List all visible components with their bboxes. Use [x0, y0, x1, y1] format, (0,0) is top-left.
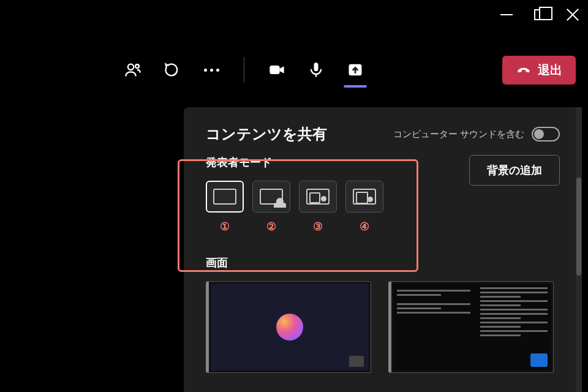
share-content-panel: コンテンツを共有 コンピューター サウンドを含む 発表者モード ① ② ③ ④ …: [184, 107, 582, 392]
svg-rect-3: [314, 62, 318, 71]
presenter-mode-content-only[interactable]: [206, 181, 244, 213]
share-panel-title: コンテンツを共有: [206, 124, 327, 144]
window-minimize-button[interactable]: [499, 7, 514, 23]
share-content-button[interactable]: [345, 59, 366, 80]
svg-point-1: [135, 64, 139, 68]
participants-button[interactable]: [123, 59, 143, 80]
window-restore-button[interactable]: [532, 7, 548, 23]
more-actions-button[interactable]: [201, 59, 222, 80]
screen-section-label: 画面: [206, 255, 560, 270]
screen-thumbnail-2[interactable]: [388, 281, 554, 373]
hangup-icon: [516, 62, 532, 78]
microphone-button[interactable]: [306, 59, 326, 80]
camera-button[interactable]: [266, 59, 287, 80]
screen-thumbnail-1[interactable]: [206, 281, 371, 373]
include-computer-sound-toggle[interactable]: [532, 127, 560, 141]
leave-call-button[interactable]: 退出: [502, 56, 576, 85]
presenter-mode-standout[interactable]: [252, 181, 290, 213]
annotation-numbers: ① ② ③ ④: [206, 220, 383, 233]
presenter-mode-side-by-side[interactable]: [299, 181, 337, 213]
window-close-button[interactable]: [565, 7, 581, 23]
leave-label: 退出: [538, 62, 562, 78]
presenter-mode-reporter[interactable]: [345, 181, 383, 213]
svg-point-0: [128, 64, 134, 70]
include-computer-sound-label: コンピューター サウンドを含む: [393, 129, 524, 140]
chat-button[interactable]: [162, 59, 183, 80]
add-background-button[interactable]: 背景の追加: [469, 155, 560, 186]
toolbar-divider: [244, 57, 244, 83]
svg-rect-2: [270, 66, 279, 74]
meeting-toolbar: 退出: [123, 51, 576, 88]
panel-scrollbar[interactable]: [576, 107, 582, 392]
presenter-mode-label: 発表者モード: [206, 155, 383, 170]
